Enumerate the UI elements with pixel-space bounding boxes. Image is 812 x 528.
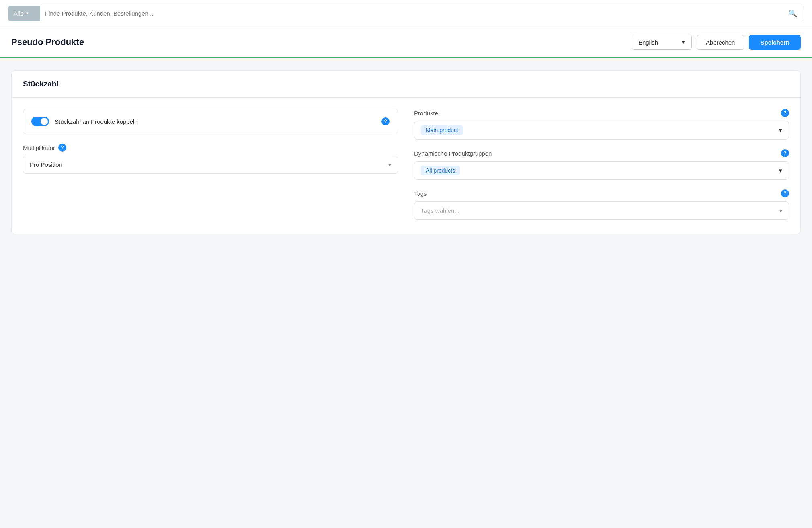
stueckzahl-card: Stückzahl Stückzahl an Produkte koppeln …: [11, 70, 801, 234]
language-chevron-icon: ▾: [682, 39, 685, 46]
produkte-select[interactable]: Main product ▾: [414, 121, 789, 140]
tags-header-row: Tags ?: [414, 189, 789, 197]
multiplikator-help-icon[interactable]: ?: [58, 144, 66, 152]
multiplikator-select[interactable]: Pro Position ▾: [23, 156, 398, 174]
page-title: Pseudo Produkte: [11, 37, 84, 47]
main-content: Stückzahl Stückzahl an Produkte koppeln …: [0, 58, 812, 247]
search-input[interactable]: [45, 6, 787, 21]
produkte-tag: Main product: [421, 125, 463, 135]
card-section-title: Stückzahl: [23, 80, 789, 88]
dynamische-header-row: Dynamische Produktgruppen ?: [414, 149, 789, 157]
multiplikator-value: Pro Position: [30, 161, 62, 168]
toggle-label: Stückzahl an Produkte koppeln: [55, 118, 138, 125]
page-header: Pseudo Produkte English ▾ Abbrechen Spei…: [0, 27, 812, 58]
card-body: Stückzahl an Produkte koppeln ? Multipli…: [12, 98, 800, 234]
language-selected-value: English: [638, 39, 658, 46]
search-all-label: Alle: [14, 10, 24, 17]
cancel-button[interactable]: Abbrechen: [697, 35, 744, 50]
dynamische-help-icon[interactable]: ?: [781, 149, 789, 157]
multiplikator-label-row: Multiplikator ?: [23, 144, 398, 152]
produkte-label: Produkte: [414, 110, 438, 117]
right-column: Produkte ? Main product ▾ Dynamische Pro…: [414, 109, 789, 220]
dynamische-tag: All products: [421, 166, 460, 175]
multiplikator-field: Multiplikator ? Pro Position ▾: [23, 144, 398, 174]
produkte-help-icon[interactable]: ?: [781, 109, 789, 117]
save-button[interactable]: Speichern: [749, 35, 801, 50]
search-input-wrapper: 🔍: [40, 6, 804, 21]
dynamische-section: Dynamische Produktgruppen ? All products…: [414, 149, 789, 180]
tags-placeholder: Tags wählen...: [421, 207, 459, 214]
tags-chevron-icon: ▾: [779, 208, 782, 214]
multiplikator-label: Multiplikator: [23, 144, 55, 151]
tags-label: Tags: [414, 190, 427, 197]
produkte-section: Produkte ? Main product ▾: [414, 109, 789, 140]
search-all-chevron: ▾: [26, 11, 29, 16]
stueckzahl-toggle[interactable]: [31, 117, 49, 126]
header-actions: English ▾ Abbrechen Speichern: [632, 35, 801, 50]
left-column: Stückzahl an Produkte koppeln ? Multipli…: [23, 109, 398, 220]
tags-section: Tags ? Tags wählen... ▾: [414, 189, 789, 220]
dynamische-chevron-icon: ▾: [779, 167, 782, 174]
dynamische-label: Dynamische Produktgruppen: [414, 150, 492, 157]
produkte-chevron-icon: ▾: [779, 127, 782, 134]
language-select[interactable]: English ▾: [632, 35, 692, 50]
search-all-button[interactable]: Alle ▾: [8, 6, 40, 21]
search-submit-button[interactable]: 🔍: [787, 8, 799, 20]
toggle-row: Stückzahl an Produkte koppeln ?: [23, 109, 398, 134]
tags-select[interactable]: Tags wählen... ▾: [414, 201, 789, 220]
card-header: Stückzahl: [12, 71, 800, 98]
toggle-help-icon[interactable]: ?: [381, 117, 390, 125]
toggle-left: Stückzahl an Produkte koppeln: [31, 117, 138, 126]
multiplikator-chevron-icon: ▾: [388, 162, 391, 168]
dynamische-select[interactable]: All products ▾: [414, 161, 789, 180]
search-icon: 🔍: [788, 10, 797, 18]
tags-help-icon[interactable]: ?: [781, 189, 789, 197]
produkte-header-row: Produkte ?: [414, 109, 789, 117]
search-bar: Alle ▾ 🔍: [0, 0, 812, 27]
